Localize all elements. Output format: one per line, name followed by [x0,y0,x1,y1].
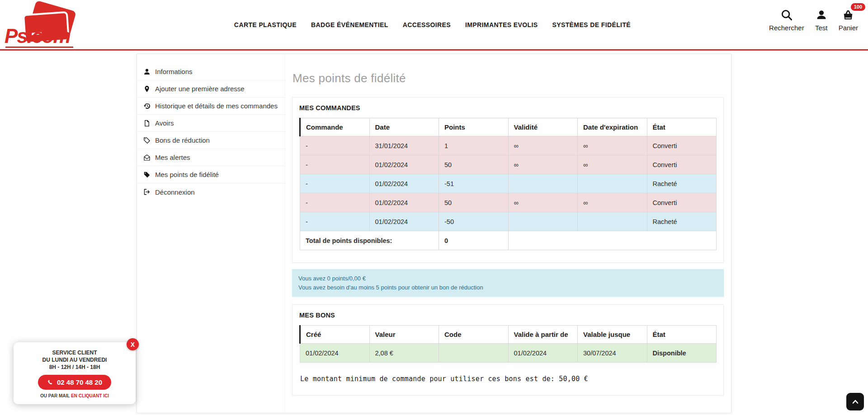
page-title: Mes points de fidélité [292,71,724,85]
commandes-header-row: CommandeDatePointsValiditéDate d'expirat… [300,118,717,136]
column-header: Validité [508,118,578,136]
user-icon [815,7,828,23]
table-cell: ∞ [508,155,578,174]
search-button[interactable]: Rechercher [769,7,804,32]
table-cell: 2,08 € [369,344,439,363]
total-row: Total de points disponibles:0 [300,231,717,250]
column-header: Points [439,118,509,136]
table-row: -01/02/202450∞∞Converti [300,193,717,212]
search-label: Rechercher [769,24,804,32]
account-menu: InformationsAjouter une première adresse… [137,54,285,413]
phone-number: 02 48 70 48 20 [57,378,102,386]
sidebar-item-label: Déconnexion [155,188,195,196]
table-cell: 31/01/2024 [369,136,439,155]
sidebar-item-label: Avoirs [155,119,174,127]
tag-filled-icon [143,171,151,178]
popup-mail-line: OU PAR MAIL EN CLIQUANT ICI [18,393,131,398]
logo-text: Psicom [5,26,77,46]
cart-button[interactable]: Panier 100 [839,7,858,32]
column-header: Créé [300,326,370,344]
sidebar-item-alertes[interactable]: Mes alertes [137,149,285,166]
popup-days: DU LUNDI AU VENDREDI [18,356,131,364]
points-alert: Vous avez 0 points/0,00 € Vous avez beso… [292,269,724,297]
table-cell: Converti [647,193,717,212]
sidebar-item-bons[interactable]: Bons de réduction [137,132,285,149]
bons-table: CrééValeurCodeValide à partir deValable … [299,325,717,363]
sidebar-item-points[interactable]: Mes points de fidélité [137,166,285,183]
table-row: -01/02/202450∞∞Converti [300,155,717,174]
table-row: -01/02/2024-50Racheté [300,212,717,231]
table-cell: 1 [439,136,509,155]
nav-item[interactable]: ACCESSOIRES [403,21,451,28]
logo-underline [5,47,73,48]
sidebar-item-label: Historique et détails de mes commandes [155,102,278,110]
sign-out-icon [143,188,151,196]
table-row: -31/01/20241∞∞Converti [300,136,717,155]
header-actions: Rechercher Test Panier 100 [769,7,858,32]
phone-icon [47,379,53,386]
total-empty-cell [508,231,717,250]
account-button[interactable]: Test [815,7,828,32]
history-icon [143,103,151,110]
column-header: Date d'expiration [578,118,647,136]
table-cell: 01/02/2024 [369,155,439,174]
table-cell [508,174,578,193]
bons-panel: MES BONS CrééValeurCodeValide à partir d… [292,304,724,396]
table-row: -01/02/2024-51Racheté [300,174,717,193]
table-cell: Racheté [647,174,717,193]
cart-label: Panier [839,24,858,32]
points-alert-line1: Vous avez 0 points/0,00 € [298,274,717,283]
table-cell: - [300,193,370,212]
points-alert-line2: Vous avez besoin d'au moins 5 points pou… [298,283,717,292]
account-content: Mes points de fidélité MES COMMANDES Com… [285,54,731,413]
column-header: Valable jusque [578,326,647,344]
table-cell: Converti [647,136,717,155]
psicom-logo[interactable]: Psicom [4,3,80,48]
popup-close-button[interactable]: X [127,338,139,350]
table-cell: - [300,174,370,193]
total-label: Total de points disponibles: [300,231,439,250]
nav-item[interactable]: CARTE PLASTIQUE [234,21,297,28]
commandes-table: CommandeDatePointsValiditéDate d'expirat… [299,118,717,250]
sidebar-item-label: Ajouter une première adresse [155,85,245,93]
site-header: Psicom CARTE PLASTIQUEBADGE ÉVÉNEMENTIEL… [0,0,868,51]
table-cell: 50 [439,155,509,174]
column-header: État [647,118,717,136]
commandes-panel: MES COMMANDES CommandeDatePointsValidité… [292,97,724,263]
sidebar-item-historique[interactable]: Historique et détails de mes commandes [137,98,285,115]
table-cell: -50 [439,212,509,231]
table-cell: - [300,155,370,174]
table-cell: ∞ [508,193,578,212]
nav-item[interactable]: BADGE ÉVÉNEMENTIEL [311,21,388,28]
phone-call-button[interactable]: 02 48 70 48 20 [38,375,111,390]
sidebar-item-label: Mes points de fidélité [155,171,219,178]
column-header: État [647,326,717,344]
commandes-panel-title: MES COMMANDES [299,104,717,112]
column-header: Date [369,118,439,136]
column-header: Valeur [369,326,439,344]
mail-link[interactable]: EN CLIQUANT ICI [71,393,109,398]
map-marker-icon [143,85,151,93]
sidebar-item-deconnexion[interactable]: Déconnexion [137,183,285,201]
column-header: Commande [300,118,370,136]
table-cell [508,212,578,231]
cart-count-badge: 100 [851,3,865,11]
nav-item[interactable]: SYSTÈMES DE FIDÉLITÉ [552,21,631,28]
account-label: Test [815,24,828,32]
table-cell [439,344,509,363]
column-header: Valide à partir de [508,326,578,344]
sidebar-item-adresse[interactable]: Ajouter une première adresse [137,80,285,98]
nav-item[interactable]: IMPRIMANTES EVOLIS [465,21,538,28]
service-client-popup: X SERVICE CLIENT DU LUNDI AU VENDREDI 8H… [14,342,136,404]
sidebar-item-informations[interactable]: Informations [137,63,285,80]
table-cell: 30/07/2024 [578,344,647,363]
total-value: 0 [439,231,509,250]
table-cell [578,174,647,193]
scroll-to-top-button[interactable] [846,393,864,410]
sidebar-item-avoirs[interactable]: Avoirs [137,115,285,132]
table-cell: Disponible [647,344,717,363]
chevron-up-icon [851,397,860,406]
table-cell: - [300,136,370,155]
main-nav: CARTE PLASTIQUEBADGE ÉVÉNEMENTIELACCESSO… [234,0,631,49]
table-cell: ∞ [578,193,647,212]
